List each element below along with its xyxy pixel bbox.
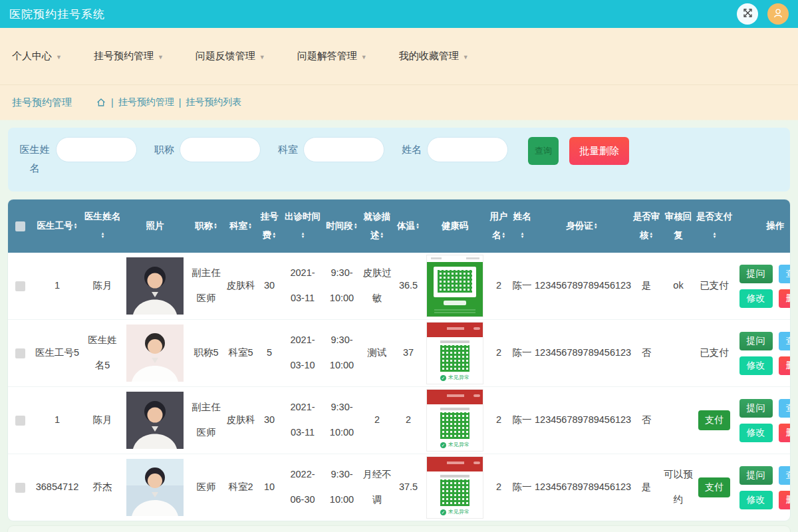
col-description[interactable]: 就诊描述▲▼ xyxy=(360,200,394,253)
time-slot-cell: 9:30-10:00 xyxy=(323,454,360,521)
row-checkbox[interactable] xyxy=(15,483,25,493)
id-number-cell: 123456789789456123 xyxy=(533,320,630,387)
col-id-number[interactable]: 身份证▲▼ xyxy=(533,200,630,253)
user-icon xyxy=(772,7,784,21)
query-button[interactable]: 查询 xyxy=(528,137,559,165)
view-button[interactable]: 查看 xyxy=(779,399,791,418)
col-visit-date[interactable]: 出诊时间▲▼ xyxy=(282,200,323,253)
actions-cell: 提问 查看 修改 删除 xyxy=(734,253,790,320)
ask-button[interactable]: 提问 xyxy=(739,265,773,283)
nav-item-answer-management[interactable]: 问题解答管理 ▼ xyxy=(297,50,367,63)
col-actions: 操作 xyxy=(734,200,790,253)
sort-icon: ▲▼ xyxy=(354,223,358,229)
breadcrumb: 挂号预约管理 | 挂号预约管理 | 挂号预约列表 xyxy=(0,85,798,120)
patient-name-cell: 陈一 xyxy=(511,454,533,521)
time-slot-cell: 9:30-10:00 xyxy=(323,253,360,320)
ask-button[interactable]: 提问 xyxy=(739,466,773,485)
view-button[interactable]: 查看 xyxy=(779,332,791,350)
review-reply-cell: ok xyxy=(662,253,694,320)
row-checkbox[interactable] xyxy=(15,348,25,358)
nav-item-favorites-management[interactable]: 我的收藏管理 ▼ xyxy=(399,50,469,63)
select-all-checkbox[interactable] xyxy=(15,221,25,231)
breadcrumb-item[interactable]: 挂号预约列表 xyxy=(186,96,241,108)
health-code-image-red: ✓未见异常 xyxy=(427,390,483,451)
doctor-name-cell: 乔杰 xyxy=(82,454,122,521)
search-field-department: 科室 xyxy=(278,137,384,162)
col-temperature[interactable]: 体温▲▼ xyxy=(394,200,423,253)
ask-button[interactable]: 提问 xyxy=(739,399,773,418)
edit-button[interactable]: 修改 xyxy=(739,356,773,375)
pay-button[interactable]: 支付 xyxy=(698,477,730,497)
delete-button[interactable]: 删除 xyxy=(779,424,791,442)
edit-button[interactable]: 修改 xyxy=(739,424,773,442)
edit-button[interactable]: 修改 xyxy=(739,491,773,509)
col-username[interactable]: 用户名▲▼ xyxy=(487,200,511,253)
search-field-title: 职称 xyxy=(154,137,261,162)
sort-icon: ▲▼ xyxy=(594,223,598,229)
sort-icon: ▲▼ xyxy=(301,232,305,239)
field-label: 科室 xyxy=(278,137,298,162)
col-title[interactable]: 职称▲▼ xyxy=(188,200,225,253)
id-number-cell: 123456789789456123 xyxy=(533,454,630,521)
sort-icon: ▲▼ xyxy=(713,232,717,239)
department-input[interactable] xyxy=(303,137,384,162)
col-patient-name[interactable]: 姓名▲▼ xyxy=(511,200,533,253)
patient-name-cell: 陈一 xyxy=(511,320,533,387)
visit-date-cell: 2022-06-30 xyxy=(282,454,323,521)
col-review-reply: 审核回复 xyxy=(662,200,694,253)
delete-button[interactable]: 删除 xyxy=(779,491,791,509)
view-button[interactable]: 查看 xyxy=(779,265,791,283)
batch-delete-button[interactable]: 批量删除 xyxy=(569,137,629,165)
nav-item-personal-center[interactable]: 个人中心 ▼ xyxy=(12,50,62,63)
ask-button[interactable]: 提问 xyxy=(739,332,773,350)
chevron-down-icon: ▼ xyxy=(56,54,62,61)
fullscreen-button[interactable] xyxy=(737,3,758,25)
nav-item-registration-management[interactable]: 挂号预约管理 ▼ xyxy=(94,50,164,63)
delete-button[interactable]: 删除 xyxy=(779,356,791,375)
actions-cell: 提问 查看 修改 删除 xyxy=(734,454,790,521)
chevron-down-icon: ▼ xyxy=(361,54,367,61)
nav-item-label: 我的收藏管理 xyxy=(399,50,459,63)
col-time-slot[interactable]: 时间段▲▼ xyxy=(323,200,360,253)
pay-button[interactable]: 支付 xyxy=(698,410,730,430)
doctor-id-cell: 1 xyxy=(32,253,82,320)
col-department[interactable]: 科室▲▼ xyxy=(225,200,257,253)
doctor-name-input[interactable] xyxy=(56,137,137,162)
col-fee[interactable]: 挂号费▲▼ xyxy=(257,200,282,253)
nav-item-feedback-management[interactable]: 问题反馈管理 ▼ xyxy=(196,50,265,63)
topbar: 医院预约挂号系统 xyxy=(0,0,798,28)
row-checkbox[interactable] xyxy=(15,416,25,426)
col-payment[interactable]: 是否支付▲▼ xyxy=(694,200,734,253)
col-reviewed[interactable]: 是否审核▲▼ xyxy=(630,200,662,253)
row-checkbox[interactable] xyxy=(15,281,25,291)
search-panel: 医生姓名 职称 科室 姓名 查询 批量删除 xyxy=(8,128,790,192)
col-photo: 照片 xyxy=(122,200,188,253)
qr-code xyxy=(440,412,469,439)
breadcrumb-item[interactable]: 挂号预约管理 xyxy=(118,96,174,108)
table-row: 36854712 乔杰 医师 科室2 10 2022-06-30 9:30-10… xyxy=(8,454,790,521)
field-label: 医生姓名 xyxy=(19,137,51,178)
review-reply-cell xyxy=(662,387,694,454)
fullscreen-arrows-icon xyxy=(742,7,753,21)
sort-icon: ▲▼ xyxy=(213,223,217,229)
temperature-cell: 2 xyxy=(394,387,423,454)
qr-code xyxy=(440,479,469,506)
page-title: 挂号预约管理 xyxy=(12,96,72,109)
col-doctor-id[interactable]: 医生工号▲▼ xyxy=(32,200,82,253)
edit-button[interactable]: 修改 xyxy=(739,289,773,308)
patient-name-input[interactable] xyxy=(427,137,508,162)
avatar-button[interactable] xyxy=(767,3,789,25)
title-input[interactable] xyxy=(180,137,261,162)
fee-cell: 30 xyxy=(257,387,282,454)
patient-name-cell: 陈一 xyxy=(511,253,533,320)
delete-button[interactable]: 删除 xyxy=(779,289,791,308)
reviewed-cell: 是 xyxy=(630,253,662,320)
sort-icon: ▲▼ xyxy=(501,232,505,239)
description-cell: 2 xyxy=(360,387,394,454)
home-icon[interactable] xyxy=(96,97,106,108)
view-button[interactable]: 查看 xyxy=(779,466,791,485)
doctor-name-cell: 医生姓名5 xyxy=(82,320,122,387)
doctor-name-cell: 陈月 xyxy=(82,387,122,454)
col-doctor-name[interactable]: 医生姓名▲▼ xyxy=(82,200,122,253)
search-field-doctor-name: 医生姓名 xyxy=(19,137,137,178)
